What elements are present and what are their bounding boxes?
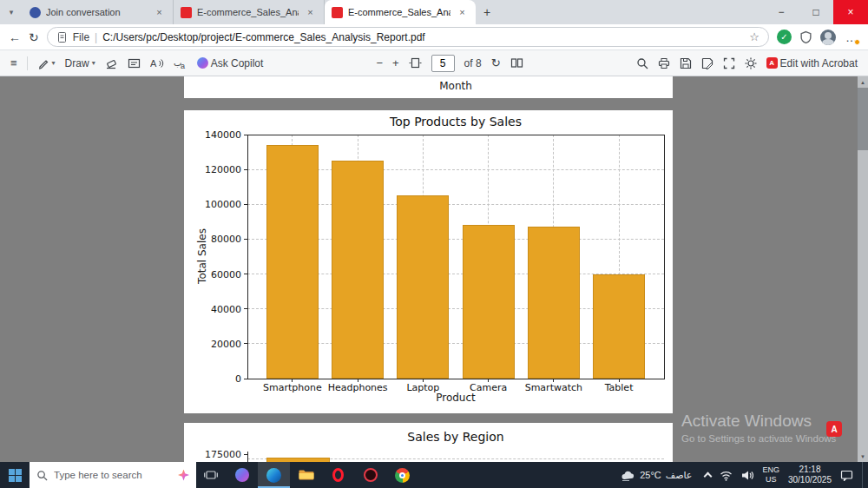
y-tick-mark bbox=[244, 274, 247, 274]
save-as-icon[interactable] bbox=[701, 57, 713, 69]
new-tab-button[interactable]: + bbox=[476, 0, 498, 24]
pdf-favicon bbox=[181, 7, 192, 18]
page-number-input[interactable] bbox=[431, 55, 455, 72]
edit-with-acrobat-label: Edit with Acrobat bbox=[780, 57, 858, 69]
ask-copilot-button[interactable]: Ask Copilot bbox=[197, 57, 264, 69]
maximize-button[interactable]: □ bbox=[799, 0, 833, 24]
browser-window: ▾ Join conversation × E-commerce_Sales_A… bbox=[0, 0, 868, 488]
file-explorer-icon bbox=[299, 469, 314, 481]
table-of-contents-icon[interactable]: ≡ bbox=[10, 56, 17, 69]
language-indicator[interactable]: ENG US bbox=[762, 465, 779, 485]
acrobat-assistant-icon[interactable]: A bbox=[826, 421, 842, 437]
chevron-down-icon: ▾ bbox=[10, 8, 14, 16]
favorite-star-icon[interactable]: ☆ bbox=[749, 30, 760, 43]
taskbar-app-file-explorer[interactable] bbox=[290, 462, 322, 488]
scrollbar-thumb[interactable] bbox=[858, 88, 868, 150]
read-aloud-icon[interactable]: A bbox=[150, 57, 164, 69]
tab-close-icon[interactable]: × bbox=[153, 6, 166, 19]
settings-gear-icon[interactable] bbox=[745, 57, 757, 69]
toolbar-divider bbox=[27, 56, 28, 70]
clock-date: 30/10/2025 bbox=[788, 475, 832, 486]
task-view-button[interactable] bbox=[196, 462, 226, 488]
profile-avatar[interactable] bbox=[820, 30, 836, 45]
text-box-icon[interactable] bbox=[128, 57, 141, 69]
y-tick-label: 60000 bbox=[184, 269, 241, 280]
tab-close-icon[interactable]: × bbox=[304, 6, 317, 19]
url-separator: | bbox=[95, 31, 97, 43]
tab-close-icon[interactable]: × bbox=[456, 6, 469, 19]
y-tick-mark bbox=[244, 379, 247, 379]
refresh-icon[interactable]: ↻ bbox=[29, 30, 39, 44]
task-view-icon bbox=[204, 469, 218, 481]
vertical-scrollbar[interactable]: ▲ ▼ bbox=[858, 76, 868, 462]
tab-pdf-report-2-active[interactable]: E-commerce_Sales_Analysis_Repor × bbox=[325, 0, 476, 24]
close-button[interactable]: × bbox=[833, 0, 868, 24]
translate-icon[interactable]: بa bbox=[174, 57, 187, 69]
taskbar-app-edge[interactable] bbox=[258, 462, 290, 488]
tab-join-conversation[interactable]: Join conversation × bbox=[23, 0, 174, 24]
eraser-icon[interactable] bbox=[105, 57, 118, 69]
top-spine bbox=[247, 135, 665, 135]
rotate-icon[interactable]: ↻ bbox=[491, 56, 501, 69]
show-desktop-button[interactable] bbox=[862, 462, 866, 488]
pdf-page: Month Top Products by Sales Total Sales … bbox=[184, 76, 673, 462]
search-icon bbox=[36, 470, 48, 481]
zoom-out-icon[interactable]: − bbox=[376, 56, 383, 69]
svg-text:a: a bbox=[181, 62, 185, 69]
bar-camera bbox=[463, 225, 515, 379]
taskbar-clock[interactable]: 21:18 30/10/2025 bbox=[788, 465, 832, 486]
taskbar-app-chrome[interactable] bbox=[386, 462, 418, 488]
weather-temp: 25°C bbox=[640, 470, 661, 480]
tray-expand-icon[interactable] bbox=[704, 472, 713, 481]
tab-pdf-report-1[interactable]: E-commerce_Sales_Analysis_Repor × bbox=[174, 0, 325, 24]
pen-tool-button[interactable]: ▾ bbox=[37, 57, 56, 69]
language-line1: ENG bbox=[762, 465, 779, 475]
copilot-icon bbox=[197, 57, 208, 69]
bar-tablet bbox=[593, 274, 645, 379]
address-bar[interactable]: File | C:/Users/pc/Desktop/project/E-com… bbox=[47, 27, 769, 47]
chevron-down-icon: ▾ bbox=[52, 59, 56, 67]
taskbar-app-opera-gx[interactable] bbox=[354, 462, 386, 488]
tab-search-button[interactable]: ▾ bbox=[0, 0, 23, 24]
browser-menu-button[interactable]: … bbox=[844, 30, 859, 44]
y-tick-mark bbox=[244, 204, 247, 205]
network-icon[interactable] bbox=[720, 470, 733, 481]
save-icon[interactable] bbox=[680, 57, 692, 69]
search-icon[interactable] bbox=[636, 57, 648, 69]
y-axis bbox=[247, 135, 248, 379]
tab-title: Join conversation bbox=[46, 7, 148, 17]
y-tick-mark bbox=[244, 135, 247, 135]
top-products-chart: Top Products by Sales Total Sales Produc… bbox=[184, 110, 673, 413]
pdf-viewer: Month Top Products by Sales Total Sales … bbox=[0, 76, 868, 462]
fit-to-page-icon[interactable] bbox=[409, 57, 422, 69]
draw-button[interactable]: Draw ▾ bbox=[65, 57, 95, 69]
right-spine bbox=[664, 135, 665, 379]
taskbar-app-opera[interactable] bbox=[322, 462, 354, 488]
sales-by-region-chart: Sales by Region 175000 bbox=[184, 423, 673, 462]
chrome-icon bbox=[395, 468, 410, 483]
extension-check-icon[interactable]: ✓ bbox=[777, 30, 792, 44]
acrobat-icon: A bbox=[766, 57, 778, 69]
address-toolbar: ← ↻ File | C:/Users/pc/Desktop/project/E… bbox=[0, 24, 868, 50]
taskbar-app-copilot[interactable] bbox=[226, 462, 258, 488]
minimize-button[interactable]: − bbox=[764, 0, 799, 24]
taskbar-weather[interactable]: 25°C عاصف bbox=[616, 462, 696, 488]
page-view-icon[interactable] bbox=[510, 57, 523, 69]
chart-title: Top Products by Sales bbox=[247, 115, 664, 129]
zoom-in-icon[interactable]: + bbox=[392, 56, 399, 69]
print-icon[interactable] bbox=[658, 57, 670, 69]
start-button[interactable] bbox=[0, 462, 30, 488]
volume-icon[interactable] bbox=[741, 470, 753, 481]
action-center-icon[interactable] bbox=[840, 469, 853, 481]
extension-shield-icon[interactable] bbox=[799, 30, 812, 44]
scroll-down-icon[interactable]: ▼ bbox=[858, 451, 868, 462]
pdf-favicon bbox=[332, 7, 343, 18]
scroll-up-icon[interactable]: ▲ bbox=[858, 76, 868, 88]
bar-headphones bbox=[332, 161, 384, 379]
taskbar-search-box[interactable]: Type here to search bbox=[30, 462, 196, 488]
region-chart-title: Sales by Region bbox=[247, 430, 664, 444]
back-icon[interactable]: ← bbox=[9, 30, 21, 44]
fullscreen-icon[interactable] bbox=[723, 57, 735, 69]
edit-with-acrobat-button[interactable]: A Edit with Acrobat bbox=[766, 57, 858, 69]
x-tick-label: Tablet bbox=[580, 382, 658, 393]
